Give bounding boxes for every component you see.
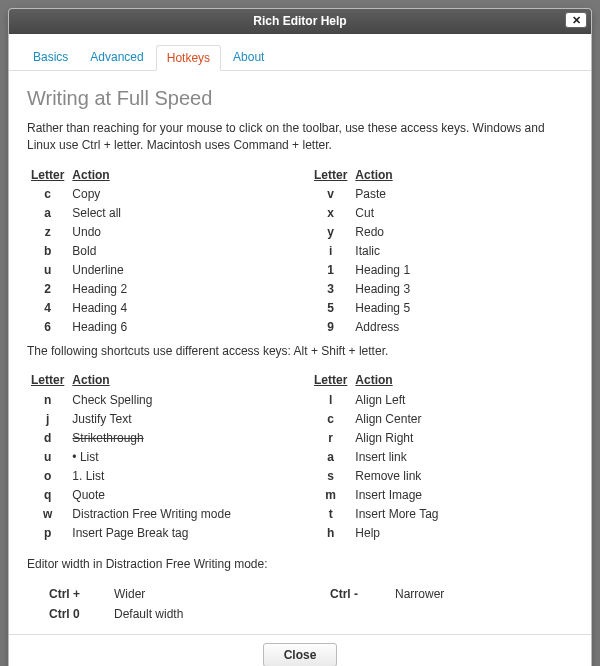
hotkey-letter: l: [310, 390, 351, 409]
width-mode-note: Editor width in Distraction Free Writing…: [27, 556, 573, 573]
hotkey-letter: o: [27, 466, 68, 485]
width-table: Ctrl + Wider Ctrl - Narrower Ctrl 0 Defa…: [27, 584, 573, 624]
ctrl-hotkey-columns: Letter Action cCopyaSelect allzUndobBold…: [27, 165, 573, 337]
help-dialog: Rich Editor Help ✕ Basics Advanced Hotke…: [8, 8, 592, 666]
ctrl-hotkey-table-left: Letter Action cCopyaSelect allzUndobBold…: [27, 165, 290, 337]
hotkey-action: Address: [351, 318, 573, 337]
table-row: vPaste: [310, 185, 573, 204]
col-header-action: Action: [351, 165, 573, 185]
hotkey-action: Quote: [68, 485, 290, 504]
hotkey-action: Heading 1: [351, 261, 573, 280]
table-row: cAlign Center: [310, 409, 573, 428]
ctrl-hotkey-table-right: Letter Action vPastexCutyRedoiItalic1Hea…: [310, 165, 573, 337]
alt-hotkey-columns: Letter Action nCheck SpellingjJustify Te…: [27, 370, 573, 542]
table-row: xCut: [310, 204, 573, 223]
hotkey-action: Align Left: [351, 390, 573, 409]
table-row: 1Heading 1: [310, 261, 573, 280]
width-key: Ctrl +: [49, 587, 104, 601]
table-row: u• List: [27, 447, 290, 466]
hotkey-letter: 9: [310, 318, 351, 337]
table-row: wDistraction Free Writing mode: [27, 504, 290, 523]
table-row: mInsert Image: [310, 485, 573, 504]
tab-about[interactable]: About: [223, 45, 274, 71]
hotkey-action: Check Spelling: [68, 390, 290, 409]
table-row: 2Heading 2: [27, 280, 290, 299]
col-header-letter: Letter: [27, 165, 68, 185]
hotkey-action: Remove link: [351, 466, 573, 485]
hotkey-letter: c: [27, 185, 68, 204]
table-row: cCopy: [27, 185, 290, 204]
hotkey-action: Heading 3: [351, 280, 573, 299]
table-row: rAlign Right: [310, 428, 573, 447]
close-icon[interactable]: ✕: [565, 12, 587, 28]
hotkey-letter: 6: [27, 318, 68, 337]
hotkey-action: Copy: [68, 185, 290, 204]
hotkey-letter: t: [310, 504, 351, 523]
hotkey-letter: 2: [27, 280, 68, 299]
hotkey-letter: b: [27, 242, 68, 261]
hotkey-action: Insert link: [351, 447, 573, 466]
table-row: yRedo: [310, 223, 573, 242]
width-key: Ctrl 0: [49, 607, 104, 621]
table-row: iItalic: [310, 242, 573, 261]
hotkey-letter: 1: [310, 261, 351, 280]
hotkey-letter: w: [27, 504, 68, 523]
col-header-letter: Letter: [310, 165, 351, 185]
hotkey-letter: 4: [27, 299, 68, 318]
width-action: Default width: [114, 607, 284, 621]
width-key: Ctrl -: [330, 587, 385, 601]
hotkey-letter: x: [310, 204, 351, 223]
hotkey-letter: h: [310, 523, 351, 542]
table-row: nCheck Spelling: [27, 390, 290, 409]
table-row: qQuote: [27, 485, 290, 504]
modal-backdrop: Rich Editor Help ✕ Basics Advanced Hotke…: [0, 0, 600, 666]
tab-basics[interactable]: Basics: [23, 45, 78, 71]
hotkey-action: Heading 2: [68, 280, 290, 299]
hotkey-letter: v: [310, 185, 351, 204]
hotkey-action: Strikethrough: [68, 428, 290, 447]
close-button[interactable]: Close: [263, 643, 338, 666]
alt-shift-note: The following shortcuts use different ac…: [27, 343, 573, 360]
hotkey-action: 1. List: [68, 466, 290, 485]
hotkey-letter: q: [27, 485, 68, 504]
hotkey-letter: i: [310, 242, 351, 261]
width-action: Wider: [114, 587, 284, 601]
hotkey-action: Help: [351, 523, 573, 542]
tab-hotkeys[interactable]: Hotkeys: [156, 45, 221, 71]
page-title: Writing at Full Speed: [27, 87, 573, 110]
table-row: dStrikethrough: [27, 428, 290, 447]
table-row: 3Heading 3: [310, 280, 573, 299]
intro-text: Rather than reaching for your mouse to c…: [27, 120, 573, 155]
hotkey-action: Bold: [68, 242, 290, 261]
tab-advanced[interactable]: Advanced: [80, 45, 153, 71]
hotkey-letter: z: [27, 223, 68, 242]
tab-strip: Basics Advanced Hotkeys About: [9, 34, 591, 71]
dialog-titlebar: Rich Editor Help ✕: [9, 9, 591, 34]
table-row: aInsert link: [310, 447, 573, 466]
table-row: zUndo: [27, 223, 290, 242]
table-row: o1. List: [27, 466, 290, 485]
hotkey-action: Select all: [68, 204, 290, 223]
hotkey-letter: 5: [310, 299, 351, 318]
hotkey-action: Align Right: [351, 428, 573, 447]
col-header-letter: Letter: [310, 370, 351, 390]
hotkey-action: Heading 5: [351, 299, 573, 318]
hotkey-action: Distraction Free Writing mode: [68, 504, 290, 523]
table-row: 6Heading 6: [27, 318, 290, 337]
col-header-action: Action: [68, 165, 290, 185]
table-row: aSelect all: [27, 204, 290, 223]
table-row: bBold: [27, 242, 290, 261]
hotkey-letter: j: [27, 409, 68, 428]
table-row: uUnderline: [27, 261, 290, 280]
hotkey-letter: y: [310, 223, 351, 242]
hotkey-letter: d: [27, 428, 68, 447]
tab-content: Writing at Full Speed Rather than reachi…: [9, 71, 591, 634]
hotkey-letter: u: [27, 261, 68, 280]
width-action: Narrower: [395, 587, 565, 601]
table-row: 5Heading 5: [310, 299, 573, 318]
hotkey-letter: s: [310, 466, 351, 485]
hotkey-letter: u: [27, 447, 68, 466]
hotkey-action: Italic: [351, 242, 573, 261]
hotkey-letter: r: [310, 428, 351, 447]
col-header-action: Action: [68, 370, 290, 390]
